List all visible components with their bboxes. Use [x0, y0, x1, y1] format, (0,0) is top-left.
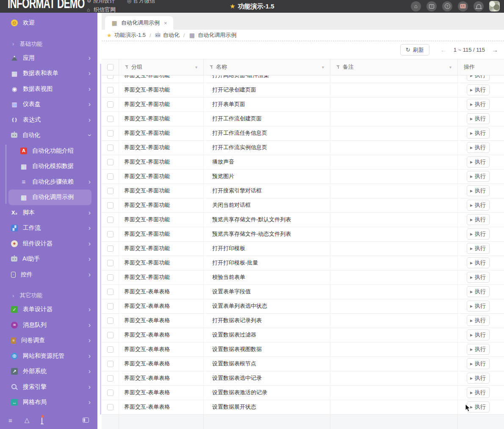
sidebar-item-automation-invoke-examples[interactable]: ▦自动化调用示例 — [8, 189, 91, 205]
row-checkbox[interactable] — [107, 130, 114, 136]
row-checkbox[interactable] — [107, 274, 114, 281]
sidebar-item-website-hosting[interactable]: ⊕网站和资源托管› — [0, 348, 97, 364]
row-checkbox[interactable] — [107, 404, 114, 410]
help-button[interactable]: ? — [442, 1, 452, 11]
execute-button[interactable]: ▶执行 — [467, 75, 490, 81]
chevron-down-icon[interactable]: ▾ — [195, 65, 197, 70]
row-checkbox[interactable] — [107, 245, 114, 252]
execute-button[interactable]: ▶执行 — [467, 358, 490, 369]
sidebar-item-tables-and-forms[interactable]: ▦数据表和表单› — [0, 66, 97, 81]
column-header-group[interactable]: 分组 ▾ — [119, 59, 204, 75]
refresh-button[interactable]: ↻ 刷新 — [400, 44, 429, 56]
chevron-down-icon[interactable]: ▾ — [322, 65, 324, 70]
arrow-left-icon[interactable]: ← — [440, 46, 447, 53]
sidebar-item-component-designer[interactable]: ◈组件设计器› — [0, 236, 97, 252]
scrollbar-track[interactable] — [97, 13, 102, 429]
row-checkbox[interactable] — [107, 375, 114, 382]
tab-automation-invoke-examples[interactable]: ▦ 自动化调用示例 × — [105, 16, 173, 30]
execute-button[interactable]: ▶执行 — [467, 387, 490, 398]
sidebar-item-dashboards[interactable]: ▥仪表盘› — [0, 97, 97, 112]
arrow-right-icon[interactable]: → — [492, 46, 498, 53]
sidebar-item-automation-step-deps[interactable]: ≡自动化步骤依赖› — [0, 174, 97, 190]
assistant-button[interactable] — [458, 1, 468, 11]
execute-button[interactable]: ▶执行 — [467, 272, 490, 283]
row-checkbox[interactable] — [107, 217, 114, 223]
sidebar-item-ai-assistant[interactable]: AI助手› — [0, 251, 97, 267]
breadcrumb-current-page[interactable]: ▦ 自动化调用示例 — [188, 31, 236, 39]
sidebar-item-external-systems[interactable]: ↗外部系统› — [0, 364, 97, 379]
execute-button[interactable]: ▶执行 — [467, 142, 490, 153]
sidebar-item-automation-intro[interactable]: A自动化功能介绍 — [0, 143, 97, 159]
execute-button[interactable]: ▶执行 — [467, 344, 490, 355]
row-checkbox[interactable] — [107, 116, 114, 122]
execute-button[interactable]: ▶执行 — [467, 401, 490, 412]
row-checkbox[interactable] — [107, 303, 114, 309]
nav-item-official-wechat[interactable]: ◎官方微信 — [127, 0, 155, 5]
feedback-button[interactable]: ? — [426, 1, 437, 11]
execute-button[interactable]: ▶执行 — [467, 171, 490, 182]
row-checkbox[interactable] — [107, 231, 114, 237]
execute-button[interactable]: ▶执行 — [467, 315, 490, 326]
sidebar-item-scripts[interactable]: X₂脚本› — [0, 205, 97, 221]
breadcrumb-workspace[interactable]: ★ 功能演示-1.5 — [107, 31, 146, 39]
execute-button[interactable]: ▶执行 — [467, 329, 490, 340]
execute-button[interactable]: ▶执行 — [467, 243, 490, 254]
eject-icon[interactable]: △ — [25, 416, 30, 424]
chevron-down-icon[interactable]: ▾ — [449, 65, 451, 70]
execute-button[interactable]: ▶执行 — [467, 301, 490, 312]
sidebar-item-automation-mock-data[interactable]: ▦自动化模拟数据 — [0, 159, 97, 174]
scrollbar-thumb[interactable] — [100, 64, 101, 415]
user-avatar[interactable] — [489, 1, 500, 11]
execute-button[interactable]: ▶执行 — [467, 228, 490, 240]
execute-button[interactable]: ▶执行 — [467, 286, 490, 297]
home-button[interactable]: ⌂ — [411, 1, 421, 11]
row-checkbox[interactable] — [107, 159, 114, 165]
row-checkbox[interactable] — [107, 145, 114, 151]
sidebar-item-message-queue[interactable]: ≈消息队列› — [0, 318, 97, 333]
execute-button[interactable]: ▶执行 — [467, 156, 490, 167]
sidebar-item-widgets[interactable]: ▫控件› — [0, 267, 97, 283]
breadcrumb-automation[interactable]: 自动化 — [155, 31, 180, 39]
nav-item-official-site[interactable]: 织信官网 — [94, 6, 116, 13]
row-checkbox[interactable] — [107, 332, 114, 338]
execute-button[interactable]: ▶执行 — [467, 84, 490, 95]
row-checkbox[interactable] — [107, 318, 114, 324]
row-checkbox[interactable] — [107, 173, 114, 180]
column-header-name[interactable]: 名称 ▾ — [204, 59, 330, 75]
nav-item-app-design[interactable]: ⚙应用设计 — [87, 0, 115, 5]
row-checkbox[interactable] — [107, 101, 114, 108]
list-icon[interactable]: ≡ — [8, 417, 12, 424]
select-all-checkbox[interactable] — [107, 64, 114, 70]
execute-button[interactable]: ▶执行 — [467, 99, 490, 110]
execute-button[interactable]: ▶执行 — [467, 128, 490, 139]
sidebar-item-workflow[interactable]: ▞工作流› — [0, 220, 97, 236]
row-checkbox[interactable] — [107, 390, 114, 396]
execute-button[interactable]: ▶执行 — [467, 257, 490, 268]
row-checkbox[interactable] — [107, 188, 114, 194]
row-checkbox[interactable] — [107, 289, 114, 295]
sidebar-item-survey[interactable]: ≡问卷调查› — [0, 333, 97, 348]
sidebar-item-expressions[interactable]: { }表达式› — [0, 112, 97, 128]
notifications-footer-button[interactable] — [42, 416, 42, 424]
notifications-button[interactable] — [474, 1, 484, 11]
execute-button[interactable]: ▶执行 — [467, 113, 490, 124]
sidebar-item-grid-layout[interactable]: ↔网格布局› — [0, 395, 97, 410]
execute-button[interactable]: ▶执行 — [467, 214, 490, 225]
sidebar-section-basic-features[interactable]: ›基础功能 — [0, 38, 97, 50]
collapse-sidebar-icon[interactable] — [83, 418, 89, 423]
sidebar-item-welcome[interactable]: ☺欢迎 — [0, 15, 97, 31]
column-header-note[interactable]: 备注 ▾ — [330, 59, 458, 75]
execute-button[interactable]: ▶执行 — [467, 185, 490, 196]
row-checkbox[interactable] — [107, 202, 114, 209]
close-icon[interactable]: × — [164, 20, 167, 26]
sidebar-item-search-engine[interactable]: 搜索引擎› — [0, 379, 97, 395]
row-checkbox[interactable] — [107, 75, 114, 79]
sidebar-item-table-views[interactable]: ◉数据表视图› — [0, 81, 97, 97]
execute-button[interactable]: ▶执行 — [467, 200, 490, 211]
row-checkbox[interactable] — [107, 260, 114, 266]
execute-button[interactable]: ▶执行 — [467, 373, 490, 384]
sidebar-item-apps[interactable]: 应用› — [0, 50, 97, 66]
sidebar-item-form-designer[interactable]: ✓表单设计器› — [0, 302, 97, 318]
row-checkbox[interactable] — [107, 361, 114, 367]
sidebar-item-automation[interactable]: 自动化› — [0, 128, 97, 143]
